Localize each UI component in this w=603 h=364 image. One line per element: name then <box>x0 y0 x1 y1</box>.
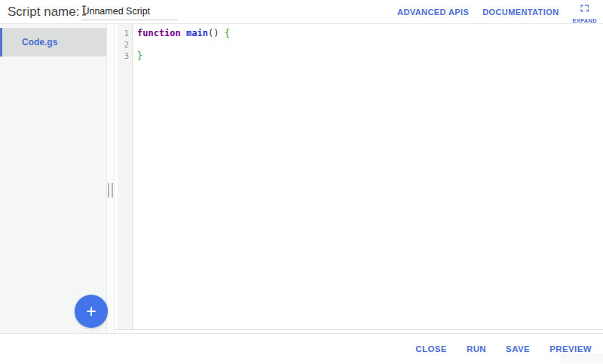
script-name-label: Script name: <box>8 5 79 19</box>
add-file-button[interactable]: + <box>75 295 108 328</box>
code-editor-pane: 123 function main() { } <box>115 24 603 333</box>
code-token-plain: () <box>208 28 219 38</box>
code-token-bracket: { <box>225 28 230 38</box>
file-sidebar: Code.gs <box>0 24 106 333</box>
header-actions: ADVANCED APIS DOCUMENTATION EXPAND <box>390 0 598 24</box>
code-token-plain <box>181 28 186 38</box>
sidebar-resizer[interactable] <box>106 24 115 333</box>
code-token-plain <box>219 28 224 38</box>
file-name-label: Code.gs <box>22 37 57 47</box>
expand-button[interactable]: EXPAND <box>573 4 598 24</box>
footer-action-bar: CLOSERUNSAVEPREVIEW <box>0 334 603 363</box>
sidebar-file-item[interactable]: Code.gs <box>0 28 106 57</box>
expand-icon <box>580 4 589 16</box>
code-token-def: main <box>186 28 208 38</box>
code-editor[interactable]: function main() { } <box>115 24 603 329</box>
expand-button-label: EXPAND <box>573 17 598 24</box>
code-token-bracket: } <box>137 50 142 61</box>
footer-button-close[interactable]: CLOSE <box>406 338 457 359</box>
advanced-apis-link[interactable]: ADVANCED APIS <box>397 8 469 17</box>
header: Script name: ADVANCED APIS DOCUMENTATION… <box>0 0 603 24</box>
script-name-input[interactable] <box>81 5 178 20</box>
resize-grip-icon <box>108 183 113 197</box>
plus-icon: + <box>86 301 96 321</box>
code-line: function main() { <box>137 28 603 39</box>
code-line: } <box>137 50 603 62</box>
code-line <box>137 39 603 50</box>
documentation-link[interactable]: DOCUMENTATION <box>482 8 559 17</box>
footer-button-run[interactable]: RUN <box>457 338 496 359</box>
file-list: Code.gs <box>0 28 106 57</box>
script-name-field <box>81 4 178 20</box>
editor-bottom-divider <box>115 329 603 330</box>
code-token-keyword: function <box>137 28 181 38</box>
main-body: Code.gs 123 function main() { } + <box>0 24 603 334</box>
footer-button-save[interactable]: SAVE <box>496 338 540 359</box>
corner-shade <box>561 353 603 363</box>
